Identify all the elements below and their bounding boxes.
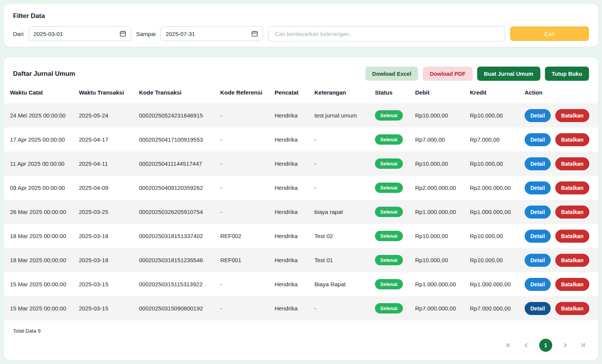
waktu-transaksi-cell: 2025-03-25 (76, 200, 136, 224)
batalkan-button[interactable]: Batalkan (555, 302, 589, 315)
download-excel-button[interactable]: Dowload Excel (365, 67, 418, 81)
total-data-label: Total Data 9 (13, 328, 41, 334)
status-badge: Selesai (375, 255, 403, 265)
status-badge: Selesai (375, 231, 403, 241)
kredit-cell: Rp10.000,00 (467, 103, 522, 127)
table-row: 11 Apr 2025 00:00:00 2025-04-11 00020250… (4, 152, 598, 176)
kode-referensi-cell: REF001 (217, 248, 272, 272)
download-pdf-button[interactable]: Dowload PDF (423, 67, 472, 81)
batalkan-button[interactable]: Batalkan (555, 109, 589, 122)
debit-cell: Rp10.000,00 (412, 224, 467, 248)
waktu-transaksi-cell: 2025-03-18 (76, 224, 136, 248)
action-cell: Detail Batalkan (522, 296, 598, 320)
detail-button[interactable]: Detail (525, 230, 551, 243)
action-cell: Detail Batalkan (522, 224, 598, 248)
detail-button[interactable]: Detail (525, 278, 551, 291)
debit-cell: Rp1.000.000,00 (412, 200, 467, 224)
search-input[interactable] (268, 26, 505, 41)
kode-referensi-cell: - (217, 152, 272, 176)
prev-page-button[interactable] (522, 341, 531, 350)
cari-button[interactable]: Cari (510, 26, 589, 41)
batalkan-button[interactable]: Batalkan (555, 278, 589, 291)
detail-button[interactable]: Detail (525, 254, 551, 267)
pencatat-cell: Hendrika (272, 224, 311, 248)
sampai-date-input[interactable]: 2025-07-31 (160, 26, 263, 41)
journal-title: Daftar Jurnal Umum (13, 70, 75, 78)
journal-card-header: Daftar Jurnal Umum Dowload Excel Dowload… (4, 57, 598, 89)
page: Filter Data Dari 2025-03-01 Sampai 2025-… (0, 0, 602, 364)
kode-transaksi-cell: 00020250524231646915 (136, 103, 217, 127)
keterangan-cell: Test 02 (311, 224, 372, 248)
keterangan-cell: - (311, 152, 372, 176)
col-header-keterangan: Keterangan (311, 89, 372, 103)
waktu-transaksi-cell: 2025-04-11 (76, 152, 136, 176)
next-page-button[interactable] (561, 341, 570, 350)
detail-button[interactable]: Detail (525, 157, 551, 170)
kredit-cell: Rp1.000.000,00 (467, 272, 522, 296)
kode-referensi-cell: - (217, 200, 272, 224)
col-header-kode-transaksi: Kode Transaksi (136, 89, 217, 103)
journal-card: Daftar Jurnal Umum Dowload Excel Dowload… (4, 57, 598, 360)
waktu-catat-cell: 24 Mei 2025 00:00:00 (4, 103, 76, 127)
buat-jurnal-umum-button[interactable]: Buat Jurnal Umum (477, 67, 540, 81)
calendar-icon[interactable] (119, 30, 126, 37)
current-page-button[interactable]: 1 (539, 339, 552, 352)
first-page-button[interactable] (504, 341, 513, 350)
status-cell: Selesai (372, 176, 412, 200)
batalkan-button[interactable]: Batalkan (555, 157, 589, 170)
batalkan-button[interactable]: Batalkan (555, 133, 589, 146)
waktu-catat-cell: 18 Mar 2025 00:00:00 (4, 248, 76, 272)
keterangan-cell: - (311, 127, 372, 152)
action-cell: Detail Batalkan (522, 103, 598, 127)
status-cell: Selesai (372, 103, 412, 127)
keterangan-cell: - (311, 296, 372, 320)
detail-button[interactable]: Detail (525, 133, 551, 146)
sampai-label: Sampai (136, 31, 156, 37)
pencatat-cell: Hendrika (272, 248, 311, 272)
kode-transaksi-cell: 00020250326205910754 (136, 200, 217, 224)
debit-cell: Rp10.000,00 (412, 103, 467, 127)
tutup-buku-button[interactable]: Tutup Buku (545, 67, 589, 81)
keterangan-cell: test jurnal umum (311, 103, 372, 127)
waktu-catat-cell: 15 Mar 2025 00:00:00 (4, 272, 76, 296)
keterangan-cell: Biaya Rapat (311, 272, 372, 296)
action-cell: Detail Batalkan (522, 248, 598, 272)
pagination: 1 (493, 339, 598, 360)
detail-button[interactable]: Detail (525, 181, 551, 194)
dari-date-input[interactable]: 2025-03-01 (29, 26, 131, 41)
action-cell: Detail Batalkan (522, 152, 598, 176)
batalkan-button[interactable]: Batalkan (555, 206, 589, 219)
detail-button[interactable]: Detail (525, 302, 551, 315)
detail-button[interactable]: Detail (525, 109, 551, 122)
filter-title: Filter Data (13, 12, 589, 20)
last-page-button[interactable] (578, 341, 587, 350)
table-row: 26 Mar 2025 00:00:00 2025-03-25 00020250… (4, 200, 598, 224)
waktu-transaksi-cell: 2025-04-09 (76, 176, 136, 200)
waktu-transaksi-cell: 2025-03-18 (76, 248, 136, 272)
debit-cell: Rp7.000.000,00 (412, 296, 467, 320)
detail-button[interactable]: Detail (525, 206, 551, 219)
col-header-kode-referensi: Kode Referensi (217, 89, 272, 103)
col-header-status: Status (372, 89, 412, 103)
sampai-date-value: 2025-07-31 (165, 31, 195, 37)
kode-transaksi-cell: 00020250417100919553 (136, 127, 217, 152)
kode-transaksi-cell: 00020250409120359262 (136, 176, 217, 200)
pencatat-cell: Hendrika (272, 103, 311, 127)
batalkan-button[interactable]: Batalkan (555, 254, 589, 267)
pencatat-cell: Hendrika (272, 200, 311, 224)
kredit-cell: Rp7.000,00 (467, 127, 522, 152)
kode-transaksi-cell: 00020250315090800192 (136, 296, 217, 320)
debit-cell: Rp10.000,00 (412, 248, 467, 272)
status-badge: Selesai (375, 158, 403, 169)
table-row: 18 Mar 2025 00:00:00 2025-03-18 00020250… (4, 224, 598, 248)
pencatat-cell: Hendrika (272, 152, 311, 176)
keterangan-cell: - (311, 176, 372, 200)
status-cell: Selesai (372, 224, 412, 248)
debit-cell: Rp7.000,00 (412, 127, 467, 152)
filter-row: Dari 2025-03-01 Sampai 2025-07-31 (13, 26, 589, 41)
pencatat-cell: Hendrika (272, 176, 311, 200)
kredit-cell: Rp10.000,00 (467, 152, 522, 176)
calendar-icon[interactable] (251, 30, 258, 37)
batalkan-button[interactable]: Batalkan (555, 181, 589, 194)
batalkan-button[interactable]: Batalkan (555, 230, 589, 243)
